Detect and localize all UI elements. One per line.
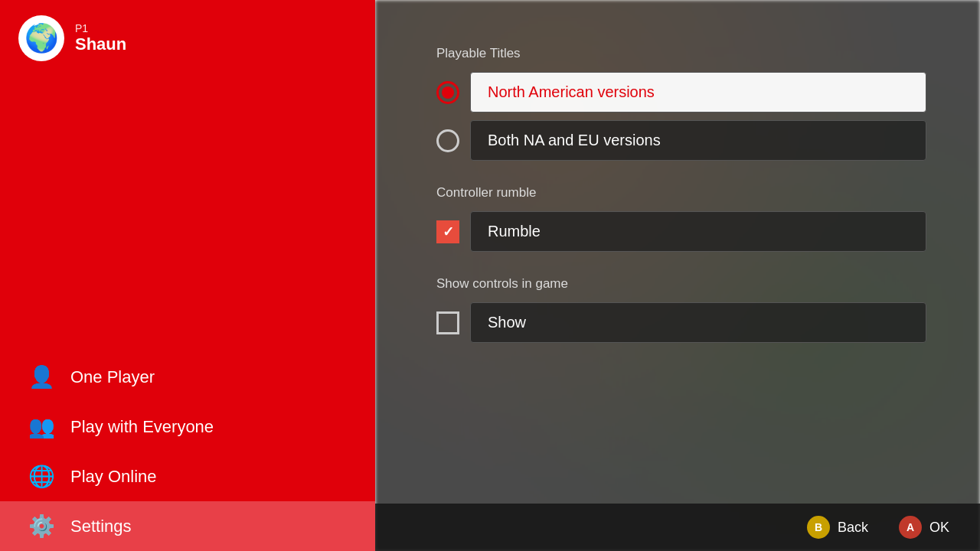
ok-button[interactable]: A OK <box>899 516 949 539</box>
play-online-label: Play Online <box>70 467 157 487</box>
option-na-label[interactable]: North American versions <box>470 72 926 112</box>
one-player-label: One Player <box>70 367 155 387</box>
sidebar: 🌍 P1 Shaun 👤 One Player 👥 Play with Ever… <box>0 0 375 551</box>
sidebar-item-play-everyone[interactable]: 👥 Play with Everyone <box>0 402 375 452</box>
show-controls-label: Show controls in game <box>436 276 926 292</box>
option-row-na: North American versions <box>436 72 926 112</box>
play-everyone-icon: 👥 <box>28 414 55 439</box>
back-button[interactable]: B Back <box>807 516 868 539</box>
player-label: P1 <box>75 22 126 34</box>
option-both-label[interactable]: Both NA and EU versions <box>470 120 926 161</box>
checkbox-rumble[interactable] <box>436 220 459 243</box>
controller-rumble-group: Rumble <box>436 211 926 252</box>
settings-label: Settings <box>70 517 132 536</box>
playable-titles-label: Playable Titles <box>436 46 926 61</box>
a-button-icon: A <box>899 516 922 539</box>
option-rumble-label[interactable]: Rumble <box>470 211 926 252</box>
play-everyone-label: Play with Everyone <box>70 417 214 437</box>
sidebar-nav: 👤 One Player 👥 Play with Everyone 🌐 Play… <box>0 352 375 551</box>
sidebar-item-play-online[interactable]: 🌐 Play Online <box>0 452 375 501</box>
settings-icon: ⚙️ <box>28 514 55 539</box>
option-row-rumble: Rumble <box>436 211 926 252</box>
option-show-label[interactable]: Show <box>470 302 926 343</box>
show-controls-group: Show <box>436 302 926 343</box>
playable-titles-group: North American versions Both NA and EU v… <box>436 72 926 161</box>
option-row-show: Show <box>436 302 926 343</box>
sidebar-item-one-player[interactable]: 👤 One Player <box>0 352 375 402</box>
sidebar-item-settings[interactable]: ⚙️ Settings <box>0 501 375 551</box>
play-online-icon: 🌐 <box>28 464 55 489</box>
username: Shaun <box>75 34 126 54</box>
radio-na[interactable] <box>436 81 459 104</box>
main-content: Playable Titles North American versions … <box>375 0 980 551</box>
user-info: P1 Shaun <box>75 22 126 54</box>
user-profile: 🌍 P1 Shaun <box>0 0 375 77</box>
one-player-icon: 👤 <box>28 364 55 390</box>
checkbox-show[interactable] <box>436 311 459 334</box>
ok-label: OK <box>929 520 949 536</box>
b-button-icon: B <box>807 516 830 539</box>
radio-both[interactable] <box>436 129 459 152</box>
settings-panel: Playable Titles North American versions … <box>375 0 980 398</box>
back-label: Back <box>838 520 868 536</box>
avatar: 🌍 <box>18 15 64 61</box>
controller-rumble-label: Controller rumble <box>436 185 926 201</box>
bottom-bar: B Back A OK <box>375 504 980 551</box>
avatar-icon: 🌍 <box>24 22 59 54</box>
option-row-both: Both NA and EU versions <box>436 120 926 161</box>
